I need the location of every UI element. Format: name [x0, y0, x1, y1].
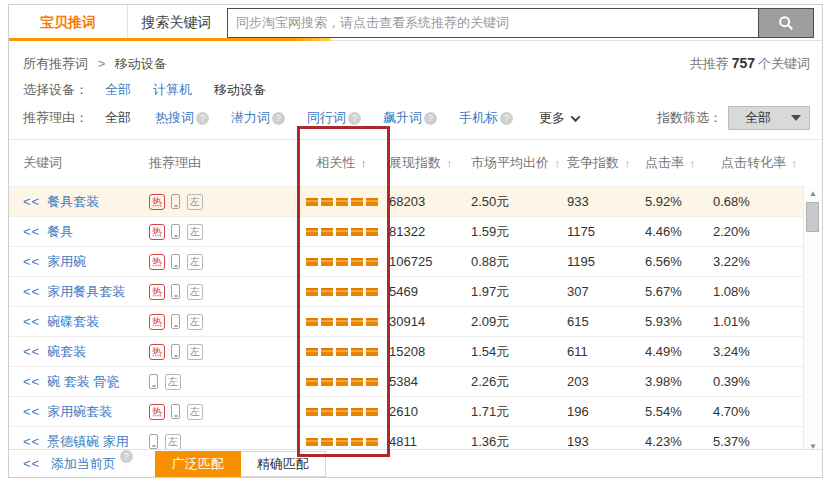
relevance-bars [306, 198, 378, 206]
tab-search-keywords[interactable]: 搜索关键词 [127, 5, 225, 40]
hot-search-badge: 热 [149, 314, 165, 330]
device-option-0[interactable]: 全部 [105, 82, 131, 97]
avg-bid-cell: 1.59元 [471, 217, 567, 246]
reason-filter-label: 推荐理由： [23, 109, 105, 127]
keyword-cell[interactable]: <<碗 套装 骨瓷 [9, 367, 149, 396]
active-tab-underline [9, 38, 331, 41]
sort-arrow-icon[interactable]: ↑ [360, 156, 367, 171]
sort-arrow-icon[interactable]: ↑ [689, 156, 696, 171]
column-header-5[interactable]: 竞争指数↑ [567, 154, 645, 172]
competition-cell: 1175 [567, 217, 645, 246]
relevance-bar-segment [306, 288, 318, 296]
keyword-cell[interactable]: <<家用餐具套装 [9, 277, 149, 306]
add-keyword-arrows-icon: << [23, 344, 40, 359]
reason-option-link-2[interactable]: 潜力词 [231, 109, 270, 127]
reason-filter-options: 全部热搜词?潜力词?同行词?飙升词?手机标? [105, 109, 535, 127]
device-option-2[interactable]: 移动设备 [214, 82, 266, 97]
relevance-bar-segment [321, 258, 333, 266]
keyword-cell[interactable]: <<碗碟套装 [9, 307, 149, 336]
add-current-page-link[interactable]: << 添加当前页 [23, 455, 116, 473]
relevance-bar-segment [366, 348, 378, 356]
reason-option-link-4[interactable]: 飙升词 [383, 109, 422, 127]
reason-option-1: 热搜词? [155, 109, 209, 127]
index-filter-dropdown[interactable]: 全部 [728, 106, 810, 130]
exact-match-button[interactable]: 精确匹配 [241, 451, 326, 477]
relevance-bar-segment [336, 438, 348, 446]
impressions-cell: 5384 [389, 367, 471, 396]
more-filters-toggle[interactable]: 更多 [539, 109, 579, 127]
vertical-scrollbar[interactable]: ▲ ▼ [803, 186, 822, 454]
column-header-0: 关键词 [9, 154, 149, 172]
keyword-table: 关键词推荐理由相关性↑展现指数↑市场平均出价↑竞争指数↑点击率↑点击转化率↑ <… [9, 139, 822, 454]
relevance-cell [294, 307, 389, 336]
add-keyword-arrows-icon: << [23, 194, 40, 209]
mobile-icon [171, 404, 180, 419]
table-row: <<餐具套装热左682032.50元9335.92%0.68% [9, 186, 822, 216]
breadcrumb: 所有推荐词 > 移动设备 [23, 55, 167, 73]
keyword-label: 碗 套装 骨瓷 [47, 373, 119, 391]
sort-arrow-icon[interactable]: ↑ [446, 156, 453, 171]
relevance-bar-segment [336, 318, 348, 326]
keyword-cell[interactable]: <<餐具 [9, 217, 149, 246]
device-option-1[interactable]: 计算机 [153, 82, 192, 97]
broad-match-button[interactable]: 广泛匹配 [155, 451, 241, 477]
tab-bar: 宝贝推词 搜索关键词 [9, 5, 822, 41]
search-button[interactable] [758, 8, 814, 38]
ctr-cell: 5.92% [645, 187, 713, 216]
tab-product-keywords[interactable]: 宝贝推词 [9, 5, 127, 40]
column-header-2[interactable]: 相关性↑ [294, 154, 389, 172]
scrollbar-thumb[interactable] [806, 202, 819, 232]
relevance-bar-segment [336, 378, 348, 386]
scroll-up-icon[interactable]: ▲ [804, 189, 822, 198]
add-keyword-arrows-icon: << [23, 254, 40, 269]
ctr-cell: 4.46% [645, 217, 713, 246]
relevance-bar-segment [306, 348, 318, 356]
sort-arrow-icon[interactable]: ↑ [624, 156, 631, 171]
help-icon[interactable]: ? [272, 112, 285, 125]
hot-search-badge: 热 [149, 194, 165, 210]
relevance-bar-segment [321, 408, 333, 416]
help-icon[interactable]: ? [348, 112, 361, 125]
hot-search-badge: 热 [149, 404, 165, 420]
reason-option-link-0[interactable]: 全部 [105, 109, 131, 127]
relevance-bar-segment [321, 318, 333, 326]
keyword-cell[interactable]: <<家用碗 [9, 247, 149, 276]
column-header-6[interactable]: 点击率↑ [645, 154, 713, 172]
column-label: 竞争指数 [567, 154, 619, 172]
keyword-cell[interactable]: <<餐具套装 [9, 187, 149, 216]
help-icon[interactable]: ? [196, 112, 209, 125]
relevance-bar-segment [366, 258, 378, 266]
breadcrumb-root[interactable]: 所有推荐词 [23, 56, 88, 71]
reason-option-link-5[interactable]: 手机标 [459, 109, 498, 127]
mobile-icon [171, 284, 180, 299]
sort-arrow-icon[interactable]: ↑ [554, 156, 561, 171]
column-header-4[interactable]: 市场平均出价↑ [471, 154, 567, 172]
keyword-cell[interactable]: <<碗套装 [9, 337, 149, 366]
relevance-bar-segment [336, 348, 348, 356]
reason-option-4: 飙升词? [383, 109, 437, 127]
relevance-bar-segment [336, 258, 348, 266]
column-header-3[interactable]: 展现指数↑ [389, 154, 471, 172]
sort-arrow-icon[interactable]: ↑ [791, 156, 798, 171]
help-icon[interactable]: ? [424, 112, 437, 125]
reason-cell: 热左 [149, 217, 294, 246]
add-keyword-arrows-icon: << [23, 314, 40, 329]
help-icon[interactable]: ? [120, 450, 133, 463]
table-row: <<家用餐具套装热左54691.97元3075.67%1.08% [9, 276, 822, 306]
help-icon[interactable]: ? [500, 112, 513, 125]
footer-bar: << 添加当前页 ? 广泛匹配 精确匹配 [9, 449, 822, 477]
column-header-7[interactable]: 点击转化率↑ [713, 154, 801, 172]
search-icon [777, 14, 795, 32]
impressions-cell: 30914 [389, 307, 471, 336]
keyword-label: 家用碗 [47, 253, 86, 271]
relevance-bar-segment [366, 438, 378, 446]
reason-option-link-1[interactable]: 热搜词 [155, 109, 194, 127]
relevance-bar-segment [321, 378, 333, 386]
relevance-bar-segment [306, 438, 318, 446]
relevance-bar-segment [351, 318, 363, 326]
breadcrumb-current: 移动设备 [115, 56, 167, 71]
search-input[interactable] [227, 8, 758, 38]
mobile-icon [171, 224, 180, 239]
reason-option-link-3[interactable]: 同行词 [307, 109, 346, 127]
keyword-cell[interactable]: <<家用碗套装 [9, 397, 149, 426]
